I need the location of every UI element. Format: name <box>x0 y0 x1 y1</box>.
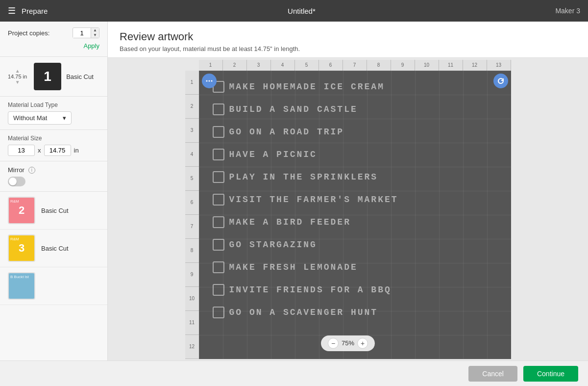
footer: Cancel Continue <box>0 360 588 386</box>
checkbox[interactable] <box>213 194 224 206</box>
mat4-thumbnail: B Buckt lst <box>8 272 35 300</box>
ruler-left-cell: 2 <box>185 95 199 119</box>
mat3-item[interactable]: R&M 3 Basic Cut <box>0 230 107 267</box>
material-load-value: Without Mat <box>13 114 47 122</box>
copies-input[interactable] <box>73 28 91 38</box>
copies-arrows: ▲ ▼ <box>91 28 99 38</box>
sidebar: Project copies: ▲ ▼ Apply ▲ 14.75 in ▼ 1 <box>0 22 108 360</box>
review-subtitle: Based on your layout, material must be a… <box>120 45 576 52</box>
menu-icon[interactable]: ☰ <box>8 5 16 16</box>
svg-point-0 <box>206 80 207 81</box>
size-unit-label: in <box>74 147 79 154</box>
svg-point-2 <box>211 80 212 81</box>
list-item: Have a Picnic <box>213 143 506 166</box>
checkbox[interactable] <box>213 171 224 183</box>
canvas-area: 1 2 3 4 5 6 7 8 9 10 11 12 13 <box>108 58 588 360</box>
ruler-top-cell: 9 <box>391 60 415 71</box>
copies-input-wrap: ▲ ▼ <box>73 27 99 38</box>
checklist-text: Build a Sand Castle <box>229 104 358 114</box>
list-item: Play in the Sprinklers <box>213 166 506 188</box>
checkbox[interactable] <box>213 103 224 115</box>
mirror-info-icon[interactable]: i <box>28 167 35 174</box>
ruler-top-cell: 3 <box>247 60 271 71</box>
canvas-grid: Make Homemade Ice Cream Build a Sand Cas… <box>199 71 511 359</box>
ruler-left-cell: 1 <box>185 71 199 95</box>
svg-point-1 <box>208 80 210 81</box>
copies-up-button[interactable]: ▲ <box>91 28 99 33</box>
zoom-in-button[interactable]: + <box>357 338 368 349</box>
mat1-panel: ▲ 14.75 in ▼ 1 Basic Cut <box>0 57 107 97</box>
content-header: Review artwork Based on your layout, mat… <box>108 22 588 58</box>
list-item: Go Stargazing <box>213 233 506 256</box>
checklist-text: Go Stargazing <box>229 240 317 250</box>
mat1-size-label: 14.75 in <box>8 74 27 79</box>
project-copies-section: Project copies: ▲ ▼ Apply <box>0 22 107 57</box>
apply-button[interactable]: Apply <box>8 41 99 51</box>
checklist-text: Make Homemade Ice Cream <box>229 82 385 92</box>
ruler-top-cell: 12 <box>463 60 487 71</box>
material-load-select[interactable]: Without Mat ▾ <box>8 111 72 125</box>
list-item: Visit the Farmer's Market <box>213 188 506 211</box>
page-title: Untitled* <box>48 7 555 15</box>
ruler-left-cell: 11 <box>185 311 199 335</box>
canvas-with-ruler: 1 2 3 4 5 6 7 8 9 10 11 12 <box>185 71 511 359</box>
canvas-menu-button[interactable] <box>202 74 217 88</box>
material-size-height-input[interactable] <box>44 145 71 156</box>
ruler-left-cell: 12 <box>185 335 199 359</box>
checklist-text: Have a Picnic <box>229 150 317 159</box>
checklist-text: Invite Friends for a BBQ <box>229 285 392 295</box>
list-item: Invite Friends for a BBQ <box>213 279 506 301</box>
review-title: Review artwork <box>120 30 576 43</box>
ruler-left-cell: 4 <box>185 143 199 167</box>
mirror-section: Mirror i <box>0 161 107 192</box>
ruler-top-cell: 8 <box>367 60 391 71</box>
checklist-container: Make Homemade Ice Cream Build a Sand Cas… <box>213 76 506 324</box>
toggle-knob <box>9 178 17 185</box>
zoom-out-button[interactable]: − <box>328 338 339 349</box>
checkbox[interactable] <box>213 261 224 273</box>
canvas-refresh-button[interactable] <box>493 74 508 88</box>
continue-button[interactable]: Continue <box>523 366 578 382</box>
main-layout: Project copies: ▲ ▼ Apply ▲ 14.75 in ▼ 1 <box>0 22 588 360</box>
material-size-label: Material Size <box>8 135 99 142</box>
checkbox[interactable] <box>213 126 224 138</box>
canvas-wrap: 1 2 3 4 5 6 7 8 9 10 11 12 13 <box>185 60 511 359</box>
mirror-row: Mirror i <box>8 166 99 174</box>
checkbox[interactable] <box>213 239 224 251</box>
header: ☰ Prepare Untitled* Maker 3 <box>0 0 588 22</box>
material-load-label: Material Load Type <box>8 102 99 108</box>
checkbox[interactable] <box>213 149 224 160</box>
mat2-cut-label: Basic Cut <box>41 207 69 214</box>
device-label: Maker 3 <box>555 7 580 15</box>
mat2-number: 2 <box>19 204 24 217</box>
project-copies-label: Project copies: <box>8 29 49 37</box>
mirror-toggle[interactable] <box>8 177 25 186</box>
material-size-width-input[interactable] <box>8 145 35 156</box>
material-size-section: Material Size x in <box>0 130 107 161</box>
ruler-top-cell: 2 <box>223 60 247 71</box>
list-item: Make Fresh Lemonade <box>213 256 506 279</box>
ruler-top-cell: 11 <box>439 60 463 71</box>
zoom-level: 75% <box>342 339 354 347</box>
mat4-corner-label: B Buckt lst <box>10 275 29 279</box>
dropdown-chevron-icon: ▾ <box>63 114 66 122</box>
mat1-thumbnail[interactable]: 1 <box>34 63 61 90</box>
mat3-number: 3 <box>19 242 24 255</box>
ruler-top-cell: 6 <box>319 60 343 71</box>
ruler-left-cell: 8 <box>185 239 199 263</box>
prepare-label: Prepare <box>22 7 48 15</box>
material-load-section: Material Load Type Without Mat ▾ <box>0 97 107 130</box>
cancel-button[interactable]: Cancel <box>468 366 517 382</box>
checkbox[interactable] <box>213 216 224 228</box>
mat4-item[interactable]: B Buckt lst <box>0 267 107 305</box>
ruler-top-cell: 4 <box>271 60 295 71</box>
checkbox[interactable] <box>213 284 224 296</box>
mat2-item[interactable]: R&M 2 Basic Cut <box>0 192 107 230</box>
ruler-top: 1 2 3 4 5 6 7 8 9 10 11 12 13 <box>199 60 511 71</box>
copies-down-button[interactable]: ▼ <box>91 33 99 38</box>
mat2-thumbnail: R&M 2 <box>8 197 35 224</box>
mat3-corner-label: R&M <box>10 237 19 241</box>
checklist-text: Make Fresh Lemonade <box>229 262 358 272</box>
ruler-top-cell: 13 <box>487 60 511 71</box>
checkbox[interactable] <box>213 307 224 318</box>
